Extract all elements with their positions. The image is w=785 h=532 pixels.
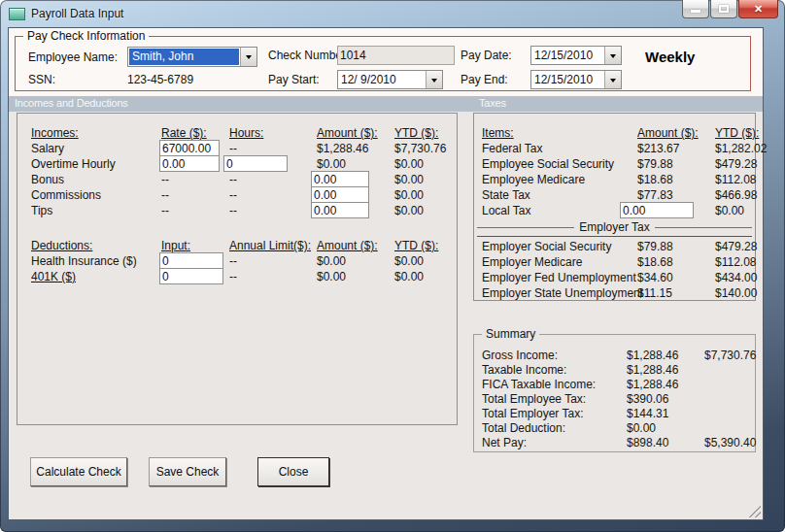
- tax-row-federal: Federal Tax $213.67 $1,282.02: [474, 141, 755, 156]
- health-insurance-input[interactable]: [159, 252, 223, 269]
- input-header: Input:: [161, 238, 190, 253]
- incomes-header: Incomes:: [31, 125, 79, 141]
- summary-row-total-employee-tax: Total Employee Tax: $390.06: [474, 391, 755, 407]
- ytd-header: YTD ($):: [394, 238, 438, 253]
- check-number-input[interactable]: [337, 46, 455, 65]
- row-ytd: $434.00: [715, 270, 757, 285]
- chevron-down-icon[interactable]: [426, 71, 442, 88]
- row-label: Federal Tax: [482, 141, 542, 156]
- employee-name-value: Smith, John: [129, 49, 239, 65]
- chevron-down-icon[interactable]: [604, 47, 621, 64]
- salary-rate-input[interactable]: [159, 140, 220, 156]
- row-ytd: $479.28: [715, 156, 757, 172]
- summary-row-total-employer-tax: Total Employer Tax: $144.31: [474, 406, 755, 421]
- employer-tax-caption: Employer Tax: [477, 219, 752, 235]
- row-rate: --: [161, 187, 169, 203]
- row-rate: --: [161, 203, 169, 218]
- row-amount: $1,288.46: [627, 377, 678, 392]
- tips-amount-input[interactable]: [311, 202, 369, 218]
- row-amount: $1,288.46: [627, 348, 678, 363]
- row-label: Employer Social Security: [482, 239, 611, 254]
- tax-row-employer-ss: Employer Social Security $79.88 $479.28: [474, 239, 755, 254]
- row-label: Commissions: [31, 187, 101, 203]
- ytd-header: YTD ($):: [715, 125, 759, 141]
- row-ytd: $0.00: [394, 187, 424, 203]
- section-taxes-label: Taxes: [479, 97, 506, 109]
- employee-name-combobox[interactable]: Smith, John: [127, 47, 257, 67]
- row-label: Tips: [31, 203, 52, 218]
- minimize-button[interactable]: [682, 0, 709, 18]
- employer-tax-label: Employer Tax: [574, 220, 654, 234]
- row-label: Overtime Hourly: [31, 156, 116, 172]
- pay-end-datepicker[interactable]: 12/15/2010: [530, 70, 622, 89]
- minimize-icon: [691, 10, 700, 13]
- calculate-check-button[interactable]: Calculate Check: [30, 457, 127, 486]
- close-button[interactable]: ✕: [738, 0, 778, 18]
- row-ytd: $0.00: [394, 203, 424, 218]
- tax-row-employer-medicare: Employer Medicare $18.68 $112.08: [474, 254, 755, 270]
- row-ytd: $7,730.76: [704, 348, 756, 363]
- deductions-header-row: Deductions: Input: Annual Limit($): Amou…: [17, 238, 457, 253]
- row-ytd: $0.00: [394, 172, 424, 187]
- row-label: Employer Medicare: [482, 254, 582, 270]
- row-label: Employee Medicare: [482, 172, 585, 187]
- overtime-rate-input[interactable]: [159, 155, 220, 172]
- divider: [477, 227, 574, 228]
- chevron-down-icon[interactable]: [604, 71, 621, 88]
- summary-groupbox: Summary Gross Income: $1,288.46 $7,730.7…: [473, 334, 756, 452]
- row-ytd: $466.98: [715, 187, 757, 203]
- pay-start-datepicker[interactable]: 12/ 9/2010: [337, 70, 443, 89]
- ssn-label: SSN:: [28, 73, 55, 86]
- pay-start-label: Pay Start:: [268, 73, 320, 86]
- maximize-button[interactable]: [710, 0, 737, 18]
- income-row-tips: Tips -- -- $0.00: [17, 203, 457, 218]
- bonus-amount-input[interactable]: [311, 171, 369, 187]
- row-label-401k-link[interactable]: 401K ($): [31, 269, 76, 284]
- save-check-button[interactable]: Save Check: [149, 457, 226, 486]
- income-row-overtime: Overtime Hourly $0.00 $0.00: [17, 156, 457, 172]
- row-ytd: $479.28: [715, 239, 757, 254]
- row-label: Net Pay:: [482, 435, 527, 450]
- summary-row-gross: Gross Income: $1,288.46 $7,730.76: [474, 348, 755, 363]
- resize-grip-icon[interactable]: [745, 502, 761, 517]
- row-label: Total Deduction:: [482, 420, 565, 436]
- row-label: Total Employee Tax:: [482, 391, 586, 407]
- row-amount: $1,288.46: [627, 362, 678, 378]
- pay-date-label: Pay Date:: [461, 49, 512, 62]
- window-title: Payroll Data Input: [31, 7, 123, 20]
- row-amount: $79.88: [637, 156, 673, 172]
- incomes-header-row: Incomes: Rate ($): Hours: Amount ($): YT…: [17, 125, 457, 141]
- summary-row-total-deduction: Total Deduction: $0.00: [474, 420, 755, 436]
- row-hours: --: [229, 172, 237, 187]
- row-amount: $11.15: [637, 285, 672, 301]
- 401k-input[interactable]: [159, 268, 223, 284]
- overtime-hours-input[interactable]: [223, 155, 288, 172]
- employee-name-label: Employee Name:: [28, 50, 118, 64]
- pay-start-value: 12/ 9/2010: [338, 71, 426, 88]
- pay-date-value: 12/15/2010: [531, 47, 604, 64]
- row-amount: $18.68: [637, 172, 673, 187]
- row-amount: $390.06: [627, 391, 668, 407]
- row-amount: $0.00: [317, 156, 346, 172]
- rate-header: Rate ($):: [161, 125, 207, 141]
- row-amount: $0.00: [317, 253, 346, 269]
- row-ytd: $5,390.40: [704, 435, 756, 450]
- row-amount: $34.60: [637, 270, 673, 285]
- close-form-button[interactable]: Close: [257, 457, 329, 486]
- titlebar[interactable]: Payroll Data Input ✕: [0, 0, 785, 27]
- income-row-salary: Salary -- $1,288.46 $7,730.76: [17, 141, 457, 156]
- app-form-icon: [9, 8, 25, 20]
- row-ytd: $112.08: [715, 172, 757, 187]
- income-row-commissions: Commissions -- -- $0.00: [17, 187, 457, 203]
- row-ytd: $112.08: [715, 254, 757, 270]
- row-amount: $0.00: [317, 269, 346, 284]
- local-tax-input[interactable]: [620, 202, 694, 218]
- row-label: Taxable Income:: [482, 362, 566, 378]
- row-label: Total Employer Tax:: [482, 406, 584, 421]
- row-ytd: $0.00: [715, 203, 744, 218]
- deductions-header: Deductions:: [31, 238, 92, 253]
- chevron-down-icon[interactable]: [240, 48, 256, 66]
- row-amount: $1,288.46: [317, 141, 368, 156]
- commissions-amount-input[interactable]: [311, 186, 369, 203]
- pay-date-datepicker[interactable]: 12/15/2010: [530, 46, 622, 65]
